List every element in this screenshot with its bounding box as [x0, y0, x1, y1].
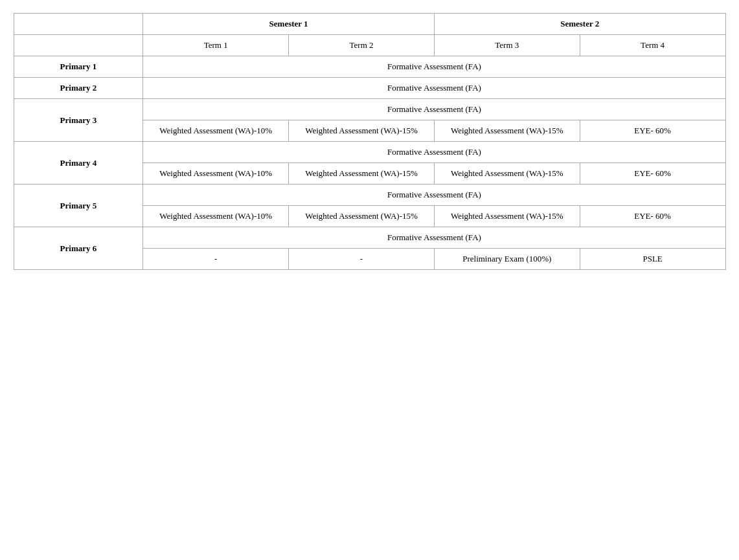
cell-r2-s1-c3: EYE- 60%: [580, 120, 725, 142]
cell-r5-s1-c0: -: [143, 249, 289, 270]
cell-r5-s1-c2: Preliminary Exam (100%): [434, 249, 580, 270]
row-label-1: Primary 2: [14, 78, 143, 99]
cell-r1-s0-c0: Formative Assessment (FA): [143, 78, 725, 99]
assessment-table: Semester 1 Semester 2 Term 1 Term 2 Term…: [14, 13, 726, 270]
term3-header: Term 3: [434, 35, 580, 56]
cell-r5-s1-c3: PSLE: [580, 249, 725, 270]
cell-r4-s1-c1: Weighted Assessment (WA)-15%: [289, 206, 435, 227]
cell-r3-s1-c3: EYE- 60%: [580, 163, 725, 185]
row-label-2: Primary 3: [14, 99, 143, 142]
corner-cell: [14, 14, 143, 35]
cell-r4-s1-c2: Weighted Assessment (WA)-15%: [434, 206, 580, 227]
cell-r4-s0-c0: Formative Assessment (FA): [143, 185, 725, 206]
cell-r3-s1-c0: Weighted Assessment (WA)-10%: [143, 163, 289, 185]
cell-r3-s0-c0: Formative Assessment (FA): [143, 142, 725, 163]
assessment-table-wrapper: Semester 1 Semester 2 Term 1 Term 2 Term…: [14, 13, 726, 270]
row-label-5: Primary 6: [14, 227, 143, 270]
semester2-header: Semester 2: [434, 14, 725, 35]
term1-header: Term 1: [143, 35, 289, 56]
term4-header: Term 4: [580, 35, 725, 56]
cell-r3-s1-c1: Weighted Assessment (WA)-15%: [289, 163, 435, 185]
cell-r2-s1-c2: Weighted Assessment (WA)-15%: [434, 120, 580, 142]
cell-r5-s1-c1: -: [289, 249, 435, 270]
row-label-3: Primary 4: [14, 142, 143, 185]
cell-r4-s1-c3: EYE- 60%: [580, 206, 725, 227]
term-corner-cell: [14, 35, 143, 56]
cell-r0-s0-c0: Formative Assessment (FA): [143, 56, 725, 78]
cell-r2-s0-c0: Formative Assessment (FA): [143, 99, 725, 120]
term2-header: Term 2: [289, 35, 435, 56]
cell-r2-s1-c1: Weighted Assessment (WA)-15%: [289, 120, 435, 142]
row-label-4: Primary 5: [14, 185, 143, 227]
semester1-header: Semester 1: [143, 14, 435, 35]
cell-r2-s1-c0: Weighted Assessment (WA)-10%: [143, 120, 289, 142]
row-label-0: Primary 1: [14, 56, 143, 78]
cell-r3-s1-c2: Weighted Assessment (WA)-15%: [434, 163, 580, 185]
cell-r5-s0-c0: Formative Assessment (FA): [143, 227, 725, 249]
cell-r4-s1-c0: Weighted Assessment (WA)-10%: [143, 206, 289, 227]
